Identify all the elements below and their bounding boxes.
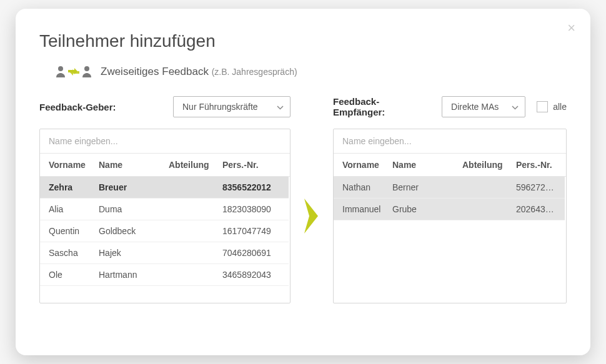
cell-abteilung xyxy=(169,204,222,214)
filter-row: Feedback-Geber: Nur Führungskräfte Feedb… xyxy=(39,96,567,117)
cell-persnr: 1823038090 xyxy=(222,204,280,214)
cell-abteilung xyxy=(462,204,516,214)
cell-abteilung xyxy=(169,182,222,192)
table-row[interactable]: AliaDuma1823038090 xyxy=(40,199,289,220)
giver-table-header: Vorname Name Abteilung Pers.-Nr. xyxy=(40,154,290,177)
cell-abteilung xyxy=(462,182,516,192)
col-vorname: Vorname xyxy=(49,160,99,170)
svg-point-0 xyxy=(58,66,63,71)
cell-persnr: 3465892043 xyxy=(222,270,280,280)
col-abteilung: Abteilung xyxy=(462,160,516,170)
cell-persnr: 7046280691 xyxy=(222,248,280,258)
cell-vorname: Ole xyxy=(49,270,99,280)
col-name: Name xyxy=(392,160,462,170)
subtitle-paren: (z.B. Jahresgespräch) xyxy=(212,67,297,77)
cell-vorname: Immanuel xyxy=(342,204,392,214)
cell-vorname: Alia xyxy=(49,204,99,214)
cell-name: Hajek xyxy=(99,248,169,258)
cell-persnr: 8356522012 xyxy=(222,182,280,192)
col-name: Name xyxy=(99,160,169,170)
col-vorname: Vorname xyxy=(342,160,392,170)
feedback-type-label: Zweiseitiges Feedback (z.B. Jahresgesprä… xyxy=(101,66,297,78)
chevron-down-icon xyxy=(277,102,284,112)
dropdown-value: Nur Führungskräfte xyxy=(182,102,258,112)
modal-title: Teilnehmer hinzufügen xyxy=(39,31,567,51)
close-button[interactable]: × xyxy=(567,21,575,35)
feedback-type-row: Zweiseitiges Feedback (z.B. Jahresgesprä… xyxy=(56,65,567,79)
add-participants-modal: × Teilnehmer hinzufügen Zweiseitiges Fee… xyxy=(16,9,590,355)
subtitle-main: Zweiseitiges Feedback xyxy=(101,66,209,77)
cell-persnr: 1617047749 xyxy=(222,226,280,236)
table-row[interactable]: OleHartmann3465892043 xyxy=(40,264,289,286)
feedback-giver-panel: Vorname Name Abteilung Pers.-Nr. ZehraBr… xyxy=(39,129,291,303)
feedback-receiver-dropdown[interactable]: Direkte MAs xyxy=(442,96,525,117)
table-row[interactable]: QuentinGoldbeck1617047749 xyxy=(40,220,289,242)
cell-vorname: Quentin xyxy=(49,226,99,236)
table-row[interactable]: ImmanuelGrube2026437233 xyxy=(334,199,565,220)
cell-abteilung xyxy=(169,248,222,258)
col-persnr: Pers.-Nr. xyxy=(222,160,281,170)
table-row[interactable]: ZehraBreuer8356522012 xyxy=(40,177,289,199)
feedback-giver-dropdown[interactable]: Nur Führungskräfte xyxy=(173,96,291,117)
giver-search-input[interactable] xyxy=(49,136,281,146)
receiver-search-input[interactable] xyxy=(342,136,557,146)
all-label: alle xyxy=(553,102,567,112)
cell-name: Berner xyxy=(392,182,462,192)
cell-name: Hartmann xyxy=(99,270,169,280)
all-toggle: alle xyxy=(537,101,567,112)
giver-table-body[interactable]: ZehraBreuer8356522012AliaDuma1823038090Q… xyxy=(40,177,290,303)
arrow-right-icon xyxy=(303,197,320,235)
dropdown-value: Direkte MAs xyxy=(451,102,499,112)
two-way-feedback-icon xyxy=(56,65,92,79)
cell-abteilung xyxy=(169,226,222,236)
cell-vorname: Sascha xyxy=(49,248,99,258)
cell-persnr: 2026437233 xyxy=(516,204,556,214)
col-persnr: Pers.-Nr. xyxy=(516,160,557,170)
transfer-arrow xyxy=(303,129,320,303)
cell-vorname: Nathan xyxy=(342,182,392,192)
receiver-table-header: Vorname Name Abteilung Pers.-Nr. xyxy=(334,154,566,177)
cell-name: Breuer xyxy=(99,182,169,192)
feedback-receiver-label: Feedback-Empfänger: xyxy=(333,96,430,117)
table-row[interactable]: NathanBerner5962724194 xyxy=(334,177,565,199)
cell-name: Duma xyxy=(99,204,169,214)
cell-persnr: 5962724194 xyxy=(516,182,556,192)
cell-name: Grube xyxy=(392,204,462,214)
table-row[interactable]: SaschaHajek7046280691 xyxy=(40,242,289,264)
col-abteilung: Abteilung xyxy=(169,160,222,170)
receiver-table-body[interactable]: NathanBerner5962724194ImmanuelGrube20264… xyxy=(334,177,566,303)
cell-name: Goldbeck xyxy=(99,226,169,236)
svg-point-1 xyxy=(84,66,89,71)
all-checkbox[interactable] xyxy=(537,101,548,112)
chevron-down-icon xyxy=(512,102,519,112)
feedback-receiver-panel: Vorname Name Abteilung Pers.-Nr. NathanB… xyxy=(333,129,567,303)
cell-vorname: Zehra xyxy=(49,182,99,192)
feedback-giver-label: Feedback-Geber: xyxy=(39,102,116,112)
cell-abteilung xyxy=(169,270,222,280)
